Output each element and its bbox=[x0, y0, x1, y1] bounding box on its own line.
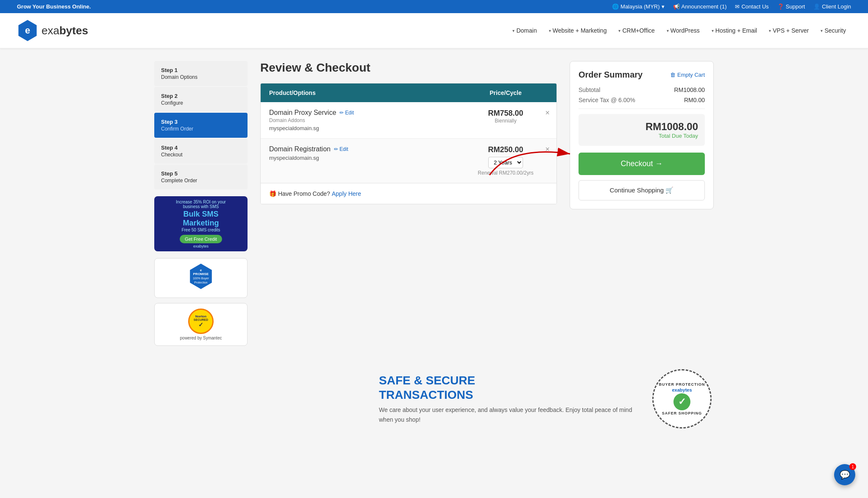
checkout-button[interactable]: Checkout → bbox=[579, 153, 705, 175]
region-selector[interactable]: 🌐 Malaysia (MYR) ▾ bbox=[612, 3, 664, 10]
row1-category: Domain Addons bbox=[269, 117, 463, 123]
row2-renewal: Renewal RM270.00/2yrs bbox=[463, 170, 548, 176]
row1-price: RM758.00 bbox=[463, 109, 548, 118]
norton-badge: Norton SECURED ✓ powered by Symantec bbox=[154, 303, 248, 346]
nav-item-domain[interactable]: ▾ Domain bbox=[507, 24, 542, 37]
sidebar-step4[interactable]: Step 4 Checkout bbox=[154, 139, 248, 164]
nav-item-vps-server[interactable]: ▾ VPS + Server bbox=[764, 24, 814, 37]
step3-name: Confirm Order bbox=[161, 126, 241, 132]
nav-item-website-marketing[interactable]: ▾ Website + Marketing bbox=[544, 24, 612, 37]
step4-num: Step 4 bbox=[161, 145, 241, 151]
sidebar-ad-banner: Increase 35% ROI on your business with S… bbox=[154, 196, 248, 251]
buyer-protection-badge: BUYER PROTECTION exabytes ✓ SAFER SHOPPI… bbox=[650, 367, 714, 431]
sidebar: Step 1 Domain Options Step 2 Configure S… bbox=[154, 61, 248, 346]
total-amount: RM1008.00 bbox=[585, 121, 698, 133]
safe-desc: We care about your user experience, and … bbox=[379, 405, 633, 424]
caret-icon: ▾ bbox=[549, 28, 551, 33]
subtotal-label: Subtotal bbox=[579, 86, 600, 93]
page-title: Review & Checkout bbox=[260, 61, 557, 75]
continue-shopping-button[interactable]: Continue Shopping 🛒 bbox=[579, 180, 705, 200]
header-price: Price/Cycle bbox=[463, 89, 548, 96]
tax-value: RM0.00 bbox=[684, 97, 705, 103]
nav-item-wordpress[interactable]: ▾ WordPress bbox=[662, 24, 705, 37]
safe-section: SAFE & SECURETRANSACTIONS We care about … bbox=[379, 373, 633, 424]
safe-title: SAFE & SECURETRANSACTIONS bbox=[379, 373, 633, 402]
header: e exabytes ▾ Domain ▾ Website + Marketin… bbox=[0, 13, 868, 48]
content-area: Review & Checkout Product/Options Price/… bbox=[260, 61, 557, 346]
logo: e exabytes bbox=[17, 20, 88, 41]
contact-link[interactable]: ✉ Contact Us bbox=[735, 3, 768, 10]
checkout-button-label: Checkout → bbox=[620, 159, 662, 168]
row2-price: RM250.00 bbox=[463, 145, 548, 154]
top-bar: Grow Your Business Online. 🌐 Malaysia (M… bbox=[0, 0, 868, 13]
trash-icon: 🗑 bbox=[670, 72, 676, 78]
step2-name: Configure bbox=[161, 100, 241, 106]
pencil-icon: ✏ bbox=[339, 110, 344, 116]
row2-edit-link[interactable]: ✏ Edit bbox=[334, 146, 348, 152]
step1-name: Domain Options bbox=[161, 74, 241, 80]
summary-box: Order Summary 🗑 Empty Cart Subtotal RM10… bbox=[570, 61, 714, 209]
exabytes-badge-text: exabytes bbox=[672, 387, 692, 392]
client-login-link[interactable]: 👤 Client Login bbox=[813, 3, 851, 10]
sidebar-step5[interactable]: Step 5 Complete Order bbox=[154, 164, 248, 189]
sidebar-step1[interactable]: Step 1 Domain Options bbox=[154, 61, 248, 86]
total-label: Total Due Today bbox=[585, 133, 698, 139]
tax-label: Service Tax @ 6.00% bbox=[579, 97, 635, 103]
row1-price-block: RM758.00 Biennially bbox=[463, 109, 548, 124]
logo-text: exabytes bbox=[42, 24, 88, 37]
ad-increase: Increase 35% ROI on your bbox=[176, 200, 226, 204]
ad-get-credit-button[interactable]: Get Free Credit bbox=[180, 235, 222, 243]
empty-cart-text: Empty Cart bbox=[677, 72, 705, 78]
empty-cart-link[interactable]: 🗑 Empty Cart bbox=[670, 72, 705, 78]
caret-icon: ▾ bbox=[712, 28, 714, 33]
pencil-icon: ✏ bbox=[334, 146, 338, 152]
table-row: Domain Registration ✏ Edit myspecialdoma… bbox=[261, 139, 556, 183]
years-select[interactable]: 1 Year 2 Years 3 Years 4 Years 5 Years bbox=[488, 157, 523, 168]
caret-icon: ▾ bbox=[662, 3, 665, 10]
promo-section: 🎁 Have Promo Code? Apply Here bbox=[261, 183, 556, 204]
bottom-section: SAFE & SECURETRANSACTIONS We care about … bbox=[137, 359, 731, 448]
main-nav: ▾ Domain ▾ Website + Marketing ▾ CRM+Off… bbox=[507, 24, 851, 37]
row2-product-name: Domain Registration bbox=[269, 145, 331, 153]
nav-item-security[interactable]: ▾ Security bbox=[815, 24, 851, 37]
norton-text: powered by Symantec bbox=[180, 336, 222, 340]
ad-title2: Marketing bbox=[183, 219, 219, 228]
row1-cycle: Biennially bbox=[463, 118, 548, 124]
caret-icon: ▾ bbox=[512, 28, 515, 33]
summary-header: Order Summary 🗑 Empty Cart bbox=[579, 70, 705, 80]
logo-hex-icon: e bbox=[17, 20, 38, 41]
row2-title: Domain Registration ✏ Edit bbox=[269, 145, 463, 153]
promo-text: Have Promo Code? bbox=[278, 190, 332, 197]
summary-divider bbox=[579, 109, 705, 109]
sidebar-step2[interactable]: Step 2 Configure bbox=[154, 87, 248, 112]
ad-increase2: business with SMS bbox=[183, 204, 219, 209]
step5-num: Step 5 bbox=[161, 170, 241, 177]
row1-edit-link[interactable]: ✏ Edit bbox=[339, 110, 354, 116]
row2-price-block: RM250.00 1 Year 2 Years 3 Years 4 Years … bbox=[463, 145, 548, 176]
ad-content: Increase 35% ROI on your business with S… bbox=[154, 196, 248, 251]
apply-promo-link[interactable]: Apply Here bbox=[332, 190, 361, 197]
caret-icon: ▾ bbox=[667, 28, 669, 33]
row1-title: Domain Proxy Service ✏ Edit bbox=[269, 109, 463, 117]
summary-title: Order Summary bbox=[579, 70, 643, 80]
tax-row: Service Tax @ 6.00% RM0.00 bbox=[579, 97, 705, 103]
row2-remove-button[interactable]: × bbox=[545, 145, 550, 153]
main-container: Step 1 Domain Options Step 2 Configure S… bbox=[137, 48, 731, 359]
support-link[interactable]: ❓ Support bbox=[777, 3, 805, 10]
promise-badge: ePROMISE100% BuyerProtection bbox=[154, 258, 248, 298]
badge-container: BUYER PROTECTION exabytes ✓ SAFER SHOPPI… bbox=[650, 367, 714, 431]
subtotal-row: Subtotal RM1008.00 bbox=[579, 86, 705, 93]
announcement-link[interactable]: 📢 Announcement (1) bbox=[673, 3, 727, 10]
ad-free: Free 50 SMS credits bbox=[181, 228, 220, 232]
sidebar-step3[interactable]: Step 3 Confirm Order bbox=[154, 113, 248, 138]
checkmark-icon: ✓ bbox=[673, 393, 690, 410]
row1-remove-button[interactable]: × bbox=[545, 109, 550, 117]
nav-item-crm-office[interactable]: ▾ CRM+Office bbox=[613, 24, 659, 37]
caret-icon: ▾ bbox=[769, 28, 771, 33]
megaphone-icon: 📢 bbox=[673, 3, 680, 10]
row1-product-name: Domain Proxy Service bbox=[269, 109, 336, 117]
step4-name: Checkout bbox=[161, 152, 241, 158]
nav-item-hosting-email[interactable]: ▾ Hosting + Email bbox=[707, 24, 762, 37]
top-bar-right: 🌐 Malaysia (MYR) ▾ 📢 Announcement (1) ✉ … bbox=[612, 3, 851, 10]
step3-num: Step 3 bbox=[161, 119, 241, 125]
